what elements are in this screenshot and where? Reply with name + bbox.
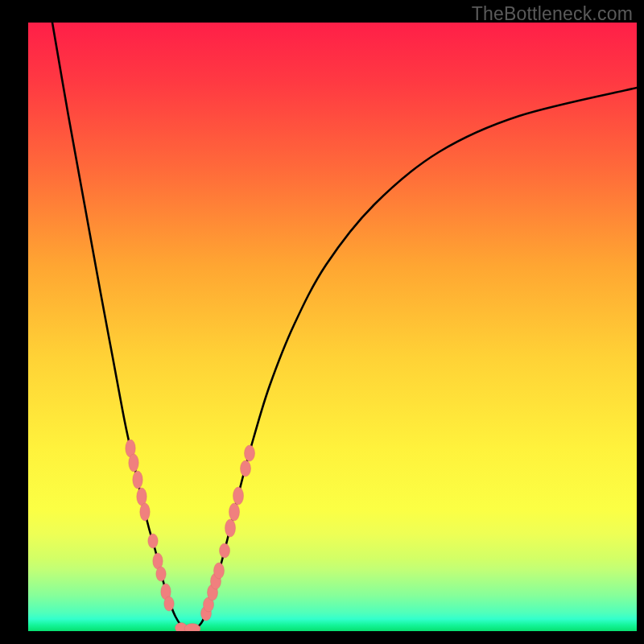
data-marker: [184, 624, 200, 632]
bottleneck-curve: [52, 23, 637, 631]
data-marker: [245, 445, 255, 461]
data-marker: [225, 519, 236, 537]
data-markers: [126, 440, 255, 631]
data-marker: [241, 460, 251, 477]
data-marker: [233, 487, 244, 505]
data-marker: [148, 534, 158, 548]
chart-frame: TheBottleneck.com: [0, 0, 644, 644]
data-marker: [140, 503, 150, 521]
data-marker: [133, 471, 142, 489]
data-marker: [129, 454, 138, 472]
watermark-text: TheBottleneck.com: [472, 3, 633, 25]
plot-area: [28, 23, 637, 631]
data-marker: [164, 597, 174, 611]
data-marker: [137, 488, 147, 506]
data-marker: [220, 543, 230, 558]
chart-svg: [28, 23, 637, 631]
data-marker: [214, 563, 225, 579]
data-marker: [156, 567, 166, 581]
data-marker: [229, 503, 240, 521]
